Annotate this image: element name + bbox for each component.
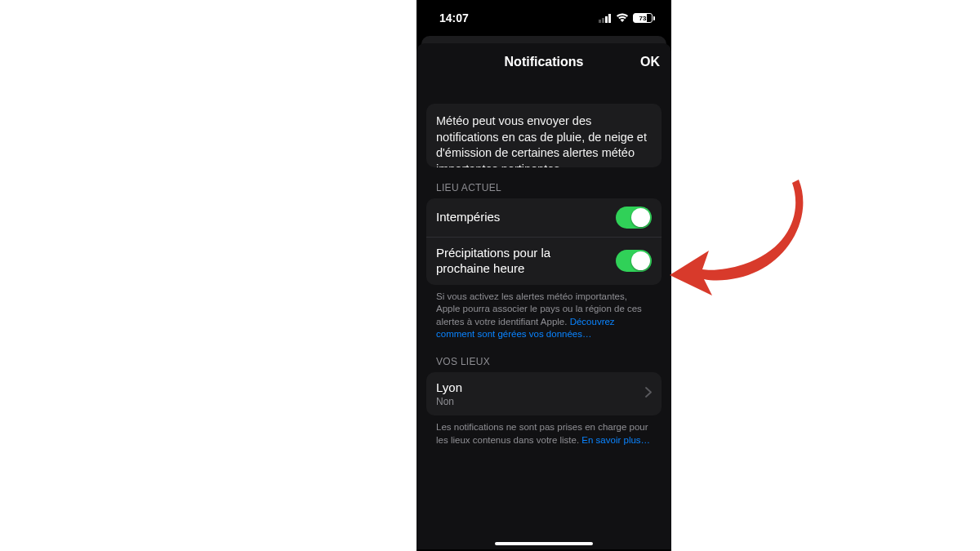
home-indicator[interactable] — [495, 542, 593, 545]
chevron-right-icon — [645, 386, 652, 401]
toggle-next-hour-precipitation[interactable] — [616, 250, 652, 272]
row-severe-weather[interactable]: Intempéries — [426, 198, 662, 237]
cellular-signal-icon — [599, 14, 612, 23]
wifi-icon — [616, 13, 629, 23]
group-current-location: Intempéries Précipitations pour la proch… — [426, 198, 662, 285]
learn-more-link[interactable]: En savoir plus… — [581, 435, 650, 445]
done-button[interactable]: OK — [640, 55, 660, 69]
section-header-your-places: VOS LIEUX — [436, 356, 652, 367]
status-bar: 14:07 73 — [416, 0, 671, 36]
nav-title: Notifications — [505, 55, 584, 69]
battery-icon: 73 — [633, 13, 655, 23]
svg-rect-3 — [608, 14, 611, 23]
row-label: Précipitations pour la prochaine heure — [436, 246, 616, 277]
row-place-lyon[interactable]: Lyon Non — [426, 372, 662, 416]
svg-rect-1 — [602, 18, 604, 23]
toggle-severe-weather[interactable] — [616, 207, 652, 229]
group-your-places: Lyon Non — [426, 372, 662, 416]
footer-current-location: Si vous activez les alertes météo import… — [436, 291, 652, 341]
status-time: 14:07 — [439, 11, 469, 24]
status-right: 73 — [599, 13, 655, 23]
annotation-arrow-icon — [670, 173, 808, 304]
intro-text: Météo peut vous envoyer des notification… — [426, 104, 662, 167]
settings-sheet: Notifications OK Météo peut vous envoyer… — [416, 43, 671, 549]
svg-rect-2 — [605, 16, 608, 23]
battery-percent: 73 — [639, 15, 647, 22]
svg-rect-0 — [599, 20, 601, 23]
section-header-current-location: LIEU ACTUEL — [436, 182, 652, 193]
row-label: Intempéries — [436, 210, 508, 225]
row-next-hour-precipitation[interactable]: Précipitations pour la prochaine heure — [426, 237, 662, 285]
nav-bar: Notifications OK — [416, 43, 671, 81]
place-name: Lyon — [436, 380, 470, 396]
place-status: Non — [436, 396, 470, 407]
footer-your-places: Les notifications ne sont pas prises en … — [436, 421, 652, 447]
phone-frame: 14:07 73 Notifications OK Météo peut vou… — [416, 0, 671, 551]
